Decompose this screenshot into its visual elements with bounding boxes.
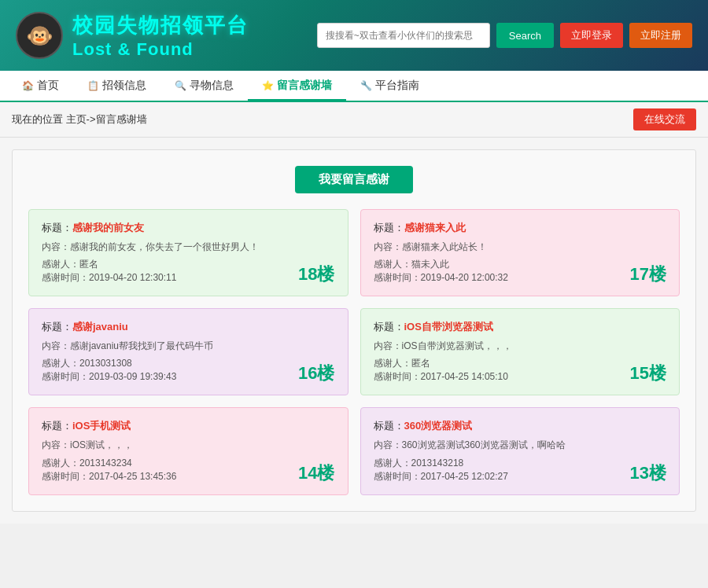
card-title-prefix: 标题： bbox=[42, 321, 72, 333]
nav-found-info-label: 招领信息 bbox=[102, 79, 146, 93]
card-content: 内容：iOS自带浏览器测试，，， bbox=[374, 339, 667, 354]
card-from: 感谢人：猫未入此 bbox=[374, 258, 667, 271]
nav: 🏠 首页 📋 招领信息 🔍 寻物信息 ⭐ 留言感谢墙 🔧 平台指南 bbox=[0, 71, 708, 102]
card-content: 内容：感谢我的前女友，你失去了一个很世好男人！ bbox=[42, 240, 335, 255]
card-title-prefix: 标题： bbox=[374, 321, 404, 333]
card-floor: 15楼 bbox=[630, 362, 666, 385]
card-from: 感谢人：2013031308 bbox=[42, 357, 335, 370]
clipboard-icon: 📋 bbox=[87, 80, 99, 91]
card-title-link[interactable]: iOS自带浏览器测试 bbox=[404, 321, 493, 333]
card-time: 感谢时间：2019-03-09 19:39:43 bbox=[42, 370, 335, 384]
card-title: 标题：感谢javaniu bbox=[42, 320, 335, 334]
nav-guide[interactable]: 🔧 平台指南 bbox=[346, 72, 433, 101]
card-title: 标题：iOS手机测试 bbox=[42, 419, 335, 433]
card-floor: 13楼 bbox=[630, 461, 666, 485]
breadcrumb-bar: 现在的位置 主页->留言感谢墙 在线交流 bbox=[0, 102, 708, 138]
nav-home-label: 首页 bbox=[37, 79, 59, 93]
card-title-prefix: 标题： bbox=[42, 420, 72, 432]
card-content: 内容：感谢猫来入此站长！ bbox=[374, 240, 667, 255]
card-time: 感谢时间：2017-04-25 12:02:27 bbox=[374, 470, 667, 483]
card-item-1: 标题：感谢我的前女友 内容：感谢我的前女友，你失去了一个很世好男人！ 感谢人：匿… bbox=[28, 209, 348, 296]
card-content: 内容：感谢javaniu帮我找到了最代码牛币 bbox=[42, 339, 335, 354]
register-button[interactable]: 立即注册 bbox=[629, 23, 692, 48]
card-time: 感谢时间：2017-04-25 14:05:10 bbox=[374, 370, 667, 384]
card-from: 感谢人：2013143218 bbox=[374, 457, 667, 470]
logo-area: 🐵 校园失物招领平台 Lost & Found bbox=[16, 12, 249, 60]
card-title-link[interactable]: iOS手机测试 bbox=[72, 420, 131, 432]
card-item-6: 标题：360浏览器测试 内容：360浏览器测试360浏览器测试，啊哈哈 感谢人：… bbox=[360, 407, 680, 494]
search-input[interactable] bbox=[317, 23, 490, 48]
post-thanks-button[interactable]: 我要留言感谢 bbox=[295, 166, 413, 193]
logo-found: Found bbox=[137, 39, 194, 59]
card-time: 感谢时间：2017-04-25 13:45:36 bbox=[42, 470, 335, 483]
card-title-prefix: 标题： bbox=[374, 222, 404, 233]
nav-lost-info-label: 寻物信息 bbox=[190, 79, 234, 93]
card-title-link[interactable]: 感谢我的前女友 bbox=[72, 222, 144, 233]
card-floor: 17楼 bbox=[630, 263, 666, 286]
home-icon: 🏠 bbox=[22, 80, 34, 91]
breadcrumb: 现在的位置 主页->留言感谢墙 bbox=[12, 112, 147, 127]
card-from: 感谢人：匿名 bbox=[42, 258, 335, 271]
nav-home[interactable]: 🏠 首页 bbox=[8, 72, 73, 101]
card-from: 感谢人：2013143234 bbox=[42, 457, 335, 470]
card-floor: 18楼 bbox=[298, 263, 334, 286]
card-title-prefix: 标题： bbox=[374, 420, 404, 432]
card-title: 标题：iOS自带浏览器测试 bbox=[374, 320, 667, 334]
login-button[interactable]: 立即登录 bbox=[560, 23, 623, 48]
card-item-4: 标题：iOS自带浏览器测试 内容：iOS自带浏览器测试，，， 感谢人：匿名 感谢… bbox=[360, 308, 680, 395]
card-floor: 16楼 bbox=[298, 362, 334, 385]
post-btn-area: 我要留言感谢 bbox=[28, 166, 680, 193]
cards-grid: 标题：感谢我的前女友 内容：感谢我的前女友，你失去了一个很世好男人！ 感谢人：匿… bbox=[28, 209, 680, 495]
card-item-2: 标题：感谢猫来入此 内容：感谢猫来入此站长！ 感谢人：猫未入此 感谢时间：201… bbox=[360, 209, 680, 296]
card-title: 标题：感谢我的前女友 bbox=[42, 221, 335, 235]
card-content: 内容：360浏览器测试360浏览器测试，啊哈哈 bbox=[374, 438, 667, 453]
card-content: 内容：iOS测试，，， bbox=[42, 438, 335, 453]
card-item-5: 标题：iOS手机测试 内容：iOS测试，，， 感谢人：2013143234 感谢… bbox=[28, 407, 348, 494]
nav-guide-label: 平台指南 bbox=[375, 79, 419, 93]
card-title-link[interactable]: 感谢javaniu bbox=[72, 321, 128, 333]
card-title-prefix: 标题： bbox=[42, 222, 72, 233]
card-title-link[interactable]: 感谢猫来入此 bbox=[404, 222, 466, 233]
star-icon: ⭐ bbox=[262, 80, 274, 91]
nav-found-info[interactable]: 📋 招领信息 bbox=[73, 72, 160, 101]
card-title-link[interactable]: 360浏览器测试 bbox=[404, 420, 473, 432]
header: 🐵 校园失物招领平台 Lost & Found Search 立即登录 立即注册 bbox=[0, 0, 708, 71]
card-time: 感谢时间：2019-04-20 12:00:32 bbox=[374, 271, 667, 285]
card-floor: 14楼 bbox=[298, 461, 334, 485]
logo-text-area: 校园失物招领平台 Lost & Found bbox=[72, 12, 249, 60]
card-item-3: 标题：感谢javaniu 内容：感谢javaniu帮我找到了最代码牛币 感谢人：… bbox=[28, 308, 348, 395]
content-box: 我要留言感谢 标题：感谢我的前女友 内容：感谢我的前女友，你失去了一个很世好男人… bbox=[12, 149, 696, 512]
online-chat-button[interactable]: 在线交流 bbox=[633, 108, 696, 130]
nav-lost-info[interactable]: 🔍 寻物信息 bbox=[160, 72, 248, 101]
card-time: 感谢时间：2019-04-20 12:30:11 bbox=[42, 271, 335, 285]
logo-and: & bbox=[112, 39, 136, 59]
card-from: 感谢人：匿名 bbox=[374, 357, 667, 370]
search-nav-icon: 🔍 bbox=[175, 80, 186, 91]
logo-subtitle: Lost & Found bbox=[72, 39, 249, 60]
card-title: 标题：感谢猫来入此 bbox=[374, 221, 667, 235]
logo-lost: Lost bbox=[72, 39, 112, 59]
nav-thanks-wall-label: 留言感谢墙 bbox=[277, 79, 332, 93]
card-title: 标题：360浏览器测试 bbox=[374, 419, 667, 433]
nav-thanks-wall[interactable]: ⭐ 留言感谢墙 bbox=[248, 72, 346, 101]
logo-icon: 🐵 bbox=[16, 12, 63, 59]
header-right: Search 立即登录 立即注册 bbox=[317, 23, 692, 48]
search-button[interactable]: Search bbox=[496, 23, 554, 48]
main-content: 我要留言感谢 标题：感谢我的前女友 内容：感谢我的前女友，你失去了一个很世好男人… bbox=[0, 138, 708, 524]
wrench-icon: 🔧 bbox=[360, 80, 372, 91]
logo-title: 校园失物招领平台 bbox=[72, 12, 249, 39]
